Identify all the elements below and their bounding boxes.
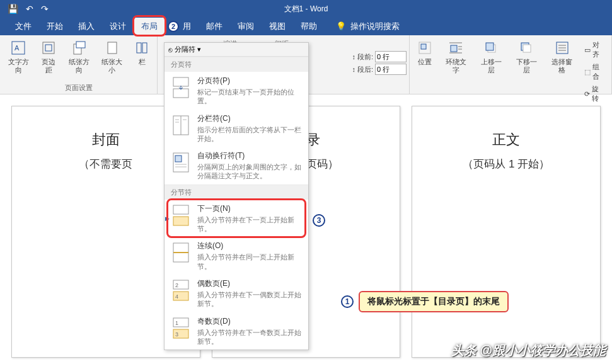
watermark: 头条 @跟小小筱学办公技能 [451,342,606,359]
spacing-after[interactable]: ↕ 段后: [352,64,407,75]
break-continuous[interactable]: 连续(O)插入分节符并在同一页上开始新节。 [165,237,308,275]
group-page-setup: A 文字方向 页边距 纸张方向 纸张大小 栏 页面设置 [0,35,158,94]
break-page-desc: 标记一页结束与下一页开始的位置。 [197,88,302,106]
badge-1: 1 [341,295,354,308]
tab-home[interactable]: 开始 [39,18,71,35]
document-title: 文档1 - Word [284,4,328,14]
break-even-page-desc: 插入分节符并在下一偶数页上开始新节。 [197,290,302,309]
ribbon-tabs: 文件 开始 插入 设计 布局 2 用 邮件 审阅 视图 帮助 💡 操作说明搜索 [0,18,612,35]
breaks-dropdown-trigger[interactable]: ⎋ 分隔符 ▾ [165,43,308,57]
tab-layout-label: 布局 [141,21,158,31]
spacing-after-input[interactable] [375,64,407,75]
selection-pane-button[interactable]: 选择窗格 [545,37,579,77]
tell-me-label: 操作说明搜索 [350,21,400,31]
tab-mailings[interactable]: 邮件 [199,18,230,35]
save-icon[interactable]: 💾 [8,4,18,14]
align-icon: ▭ [584,46,591,54]
svg-rect-25 [173,89,188,98]
svg-rect-2 [43,42,54,54]
svg-text:1: 1 [175,320,178,326]
break-column-title: 分栏符(C) [197,113,302,124]
breaks-icon: ⎋ [168,46,173,54]
send-backward-label: 下移一层 [513,58,540,74]
break-page[interactable]: 分页符(P)标记一页结束与下一页开始的位置。 [165,72,308,110]
tab-references[interactable]: 2 用 [165,18,199,35]
svg-rect-24 [173,77,188,86]
svg-text:2: 2 [175,282,178,288]
group-arrange: 位置 环绕文字 上移一层 下移一层 选择窗格 ▭对齐 ⬚组合 ⟳旋转 [410,35,612,94]
margins-button[interactable]: 页边距 [36,37,62,77]
size-icon [103,39,121,57]
odd-page-break-icon: 13 [171,316,191,340]
break-text-wrap-desc: 分隔网页上的对象周围的文字，如分隔题注文字与正文。 [197,162,302,181]
size-label: 纸张大小 [100,58,124,74]
columns-icon [133,39,151,57]
svg-rect-36 [173,217,188,225]
group-button[interactable]: ⬚组合 [582,61,608,82]
page-cover-sub: （不需要页 [25,157,187,171]
bring-forward-button[interactable]: 上移一层 [474,37,508,77]
break-even-page[interactable]: 24 偶数页(E)插入分节符并在下一偶数页上开始新节。 [165,275,308,312]
lightbulb-icon: 💡 [336,21,346,31]
align-button[interactable]: ▭对齐 [582,39,608,60]
page-body-sub: （页码从 1 开始） [425,157,587,171]
svg-rect-32 [175,156,182,162]
bring-forward-icon [482,39,500,57]
tab-references-label: 用 [183,21,191,31]
size-button[interactable]: 纸张大小 [96,37,128,77]
chevron-down-icon: ▾ [197,45,201,54]
margins-label: 页边距 [40,58,58,74]
group-icon: ⬚ [584,68,591,76]
spacing-after-icon: ↕ [352,65,355,73]
svg-rect-17 [486,43,494,50]
tab-insert[interactable]: 插入 [71,18,102,35]
undo-icon[interactable]: ↶ [26,4,33,14]
svg-rect-6 [108,42,117,54]
spacing-before[interactable]: ↕ 段前: [352,51,407,62]
break-continuous-title: 连续(O) [197,241,302,251]
tell-me[interactable]: 💡 操作说明搜索 [328,18,408,35]
break-next-page[interactable]: ▶ 下一页(N)插入分节符并在下一页上开始新节。 [165,200,308,237]
next-page-break-icon [171,203,191,227]
orientation-icon [70,39,88,57]
send-backward-button[interactable]: 下移一层 [509,37,543,77]
svg-rect-3 [45,45,52,51]
redo-icon[interactable]: ↷ [41,4,49,14]
tab-layout[interactable]: 布局 [134,18,165,35]
break-text-wrap-title: 自动换行符(T) [197,151,302,161]
margins-icon [40,39,57,57]
spacing-before-input[interactable] [375,51,407,62]
break-odd-page[interactable]: 13 奇数页(D)插入分节符并在下一奇数页上开始新节。 [165,312,308,350]
tab-design[interactable]: 设计 [102,18,134,35]
breaks-dropdown: ⎋ 分隔符 ▾ 分页符 分页符(P)标记一页结束与下一页开始的位置。 分栏符(C… [164,42,309,350]
selection-pane-icon [553,39,571,57]
page-body[interactable]: 正文 （页码从 1 开始） [412,106,601,358]
tab-help[interactable]: 帮助 [293,18,325,35]
position-label: 位置 [418,58,432,66]
tab-file[interactable]: 文件 [8,18,39,35]
page-break-icon [171,76,191,100]
columns-button[interactable]: 栏 [129,37,154,69]
rotate-button[interactable]: ⟳旋转 [582,83,608,105]
svg-rect-7 [137,43,141,53]
even-page-break-icon: 24 [171,278,191,302]
wrap-button[interactable]: 环绕文字 [439,37,473,77]
column-break-icon [171,113,191,137]
tab-review[interactable]: 审阅 [230,18,262,35]
text-direction-button[interactable]: A 文字方向 [3,37,35,77]
callout-text: 将鼠标光标置于【目录页】的末尾 [359,291,509,312]
break-text-wrap[interactable]: 自动换行符(T)分隔网页上的对象周围的文字，如分隔题注文字与正文。 [165,147,308,185]
position-button[interactable]: 位置 [412,37,437,69]
text-direction-label: 文字方向 [6,58,31,74]
break-column[interactable]: 分栏符(C)指示分栏符后面的文字将从下一栏开始。 [165,110,308,147]
svg-rect-5 [76,42,85,48]
break-next-page-title: 下一页(N) [197,203,302,214]
tab-view[interactable]: 视图 [262,18,293,35]
spacing-before-icon: ↕ [352,53,355,60]
orientation-button[interactable]: 纸张方向 [63,37,95,77]
orientation-label: 纸张方向 [67,58,91,74]
page-cover-title: 封面 [25,130,187,149]
position-icon [416,39,434,57]
wrap-icon [447,39,465,57]
section-page-breaks: 分页符 [165,57,308,72]
